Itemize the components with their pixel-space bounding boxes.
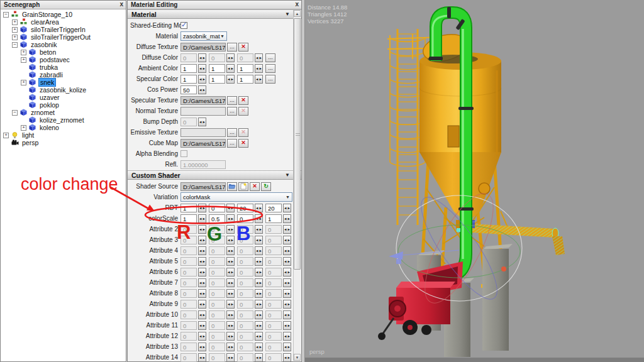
tree-item-podstavec[interactable]: podstavec [38,56,71,63]
spinner-buttons[interactable]: ◄► [198,278,206,287]
spinner-buttons[interactable]: ◄► [198,85,206,94]
value-field[interactable]: 0 [209,257,225,266]
value-field[interactable]: 0 [180,332,197,341]
value-field[interactable]: 0 [265,257,282,266]
tree-expander-icon[interactable]: + [21,125,26,131]
value-field[interactable]: 1 [209,64,225,73]
spinner-buttons[interactable]: ◄► [283,343,291,351]
tree-expander-icon[interactable]: + [21,50,26,55]
value-field[interactable]: 0 [237,257,253,266]
texture-path-cube-map[interactable]: D:/Games/LS17/tes [180,139,226,148]
value-field[interactable]: 0 [209,268,225,277]
value-field[interactable]: 0 [180,300,197,309]
spinner-buttons[interactable]: ◄► [226,300,235,309]
spinner-buttons[interactable]: ◄► [226,268,235,277]
spinner-buttons[interactable]: ◄► [255,75,263,84]
value-field[interactable]: 0 [237,343,253,351]
collapse-triangle-icon[interactable]: ▼ [285,172,290,178]
texture-path-specular-texture[interactable]: D:/Games/LS17/tes [180,96,226,105]
value-field[interactable]: 0 [209,321,225,330]
value-field[interactable]: 0 [180,353,197,362]
value-field[interactable]: 0 [237,236,253,244]
texture-path-diffuse-texture[interactable]: D:/Games/LS17/tes [180,43,226,52]
spinner-buttons[interactable]: ◄► [283,353,291,362]
spinner-buttons[interactable]: ◄► [283,204,291,212]
value-field[interactable]: 0 [265,268,282,277]
tree-expander-icon[interactable]: + [21,57,26,63]
spinner-buttons[interactable]: ◄► [198,225,206,234]
value-field[interactable]: 1.000000 [180,160,226,169]
texture-path-normal-texture[interactable] [180,107,226,116]
value-field[interactable]: 0 [237,332,253,341]
spinner-buttons[interactable]: ◄► [226,214,235,223]
tree-item-koleno[interactable]: koleno [38,124,60,131]
spinner-buttons[interactable]: ◄► [255,278,263,287]
value-field[interactable]: 0 [180,236,197,244]
value-field[interactable]: 1 [209,75,225,84]
spinner-buttons[interactable]: ◄► [283,278,291,287]
value-field[interactable]: 0 [237,300,253,309]
spinner-buttons[interactable]: ◄► [226,332,235,341]
browse-button[interactable]: ... [227,107,237,116]
delete-icon[interactable]: ✕ [238,96,248,105]
value-field[interactable]: 0 [180,246,197,255]
scrollbar-thumb[interactable] [294,18,301,270]
tree-item-cleararea[interactable]: clearArea [30,18,60,26]
value-field[interactable]: 0 [265,225,282,234]
spinner-buttons[interactable]: ◄► [226,53,235,62]
tree-item-kolize-zrnomet[interactable]: kolize_zrnomet [38,116,86,124]
value-field[interactable]: 0 [265,343,282,351]
browse-button[interactable]: ... [227,96,237,105]
browse-button[interactable]: ... [227,43,237,52]
close-icon[interactable]: x [295,1,299,8]
value-field[interactable]: 0 [180,257,197,266]
delete-icon[interactable]: ✕ [238,128,248,137]
select-variation[interactable]: colorMask▼ [180,192,292,202]
value-field[interactable]: 0 [180,343,197,351]
value-field[interactable]: 50 [180,85,197,94]
spinner-buttons[interactable]: ◄► [226,310,235,319]
spinner-buttons[interactable]: ◄► [283,225,291,234]
value-field[interactable]: 0 [209,204,225,212]
spinner-buttons[interactable]: ◄► [226,204,235,212]
spinner-buttons[interactable]: ◄► [255,236,263,244]
spinner-buttons[interactable]: ◄► [226,236,235,244]
value-field[interactable]: 0 [265,353,282,362]
value-field[interactable]: 0 [237,321,253,330]
checkbox-alpha-blending[interactable] [180,150,187,157]
value-field[interactable]: 0 [209,225,225,234]
spinner-buttons[interactable]: ◄► [198,214,206,223]
tree-item-zasobnik[interactable]: zasobnik [30,41,58,48]
spinner-buttons[interactable]: ◄► [226,289,235,298]
folder-open-icon[interactable] [227,182,237,191]
value-field[interactable]: 0 [180,53,197,62]
spinner-buttons[interactable]: ◄► [283,332,291,341]
spinner-buttons[interactable]: ◄► [198,343,206,351]
spinner-buttons[interactable]: ◄► [226,246,235,255]
value-field[interactable]: 1 [237,64,253,73]
spinner-buttons[interactable]: ◄► [283,236,291,244]
spinner-buttons[interactable]: ◄► [255,332,263,341]
value-field[interactable]: 0 [209,300,225,309]
scroll-down-icon[interactable]: ▼ [294,354,301,361]
value-field[interactable]: 0 [265,236,282,244]
spinner-buttons[interactable]: ◄► [255,343,263,351]
spinner-buttons[interactable]: ◄► [255,64,263,73]
value-field[interactable]: 1 [265,214,282,223]
tree-item-snek[interactable]: snek [38,78,56,87]
tree-expander-icon[interactable]: + [21,80,26,85]
tree-item-grainstorage-10[interactable]: GrainStorage_10 [21,11,74,18]
spinner-buttons[interactable]: ◄► [255,246,263,255]
spinner-buttons[interactable]: ◄► [198,204,206,212]
spinner-buttons[interactable]: ◄► [198,75,206,84]
tree-expander-icon[interactable]: − [12,110,18,116]
shader-path-field[interactable]: D:/Games/LS17/tes [180,182,226,191]
browse-button[interactable]: ... [227,139,237,148]
value-field[interactable]: 0 [237,353,253,362]
texture-path-emissive-texture[interactable] [180,128,226,137]
value-field[interactable]: 0 [265,332,282,341]
spinner-buttons[interactable]: ◄► [226,64,235,73]
value-field[interactable]: 0 [209,353,225,362]
value-field[interactable]: 0 [265,289,282,298]
close-icon[interactable]: x [119,1,123,8]
